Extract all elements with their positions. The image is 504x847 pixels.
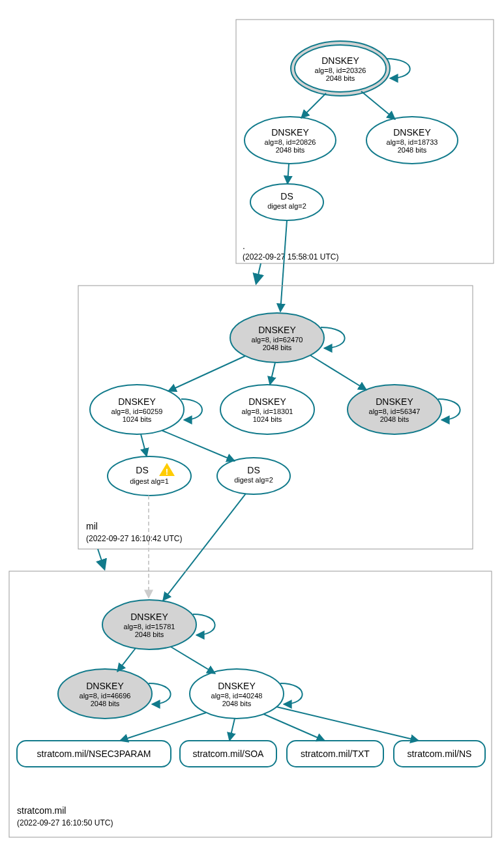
edge-mil-ksk-zsk2 xyxy=(270,363,275,385)
svg-text:alg=8, id=20326: alg=8, id=20326 xyxy=(315,67,366,74)
svg-text:stratcom.mil/NS: stratcom.mil/NS xyxy=(408,749,472,759)
svg-text:2048 bits: 2048 bits xyxy=(91,700,120,707)
edge-mil-zsk1-ds1 xyxy=(141,434,147,456)
root-zsk2: DNSKEY alg=8, id=18733 2048 bits xyxy=(366,117,458,164)
svg-text:alg=8, id=18733: alg=8, id=18733 xyxy=(387,138,438,146)
root-ksk: DNSKEY alg=8, id=20326 2048 bits xyxy=(291,41,390,96)
zone-mil-label: mil xyxy=(86,521,98,531)
edge-root-ds-to-mil-ksk xyxy=(280,220,287,312)
mil-ds2: DS digest alg=2 xyxy=(217,458,290,494)
rr-nsec3param: stratcom.mil/NSEC3PARAM xyxy=(17,741,171,767)
edge-root-ksk-zsk1 xyxy=(301,93,326,118)
svg-text:2048 bits: 2048 bits xyxy=(326,74,355,82)
svg-text:alg=8, id=18301: alg=8, id=18301 xyxy=(242,408,293,415)
svg-text:stratcom.mil/TXT: stratcom.mil/TXT xyxy=(301,749,370,759)
svg-text:2048 bits: 2048 bits xyxy=(222,700,252,707)
svg-text:1024 bits: 1024 bits xyxy=(253,415,282,423)
svg-text:DNSKEY: DNSKEY xyxy=(218,681,256,691)
svg-text:!: ! xyxy=(166,467,168,477)
rr-ns: stratcom.mil/NS xyxy=(394,741,485,767)
edge-stratcom-ksk-zsk xyxy=(171,647,215,674)
svg-point-32 xyxy=(108,456,191,496)
mil-ksk: DNSKEY alg=8, id=62470 2048 bits xyxy=(230,313,324,363)
svg-text:digest alg=2: digest alg=2 xyxy=(267,202,306,210)
svg-text:DNSKEY: DNSKEY xyxy=(393,127,431,138)
edge-root-to-mil-zone xyxy=(256,263,261,283)
stratcom-zsk: DNSKEY alg=8, id=40248 2048 bits xyxy=(190,669,284,719)
edge-stratcom-ksk-sep xyxy=(117,648,136,672)
svg-text:DNSKEY: DNSKEY xyxy=(321,55,359,66)
mil-zsk1: DNSKEY alg=8, id=60259 1024 bits xyxy=(90,385,184,434)
zone-mil-time: (2022-09-27 16:10:42 UTC) xyxy=(86,534,182,543)
mil-sep: DNSKEY alg=8, id=56347 2048 bits xyxy=(348,385,441,434)
mil-ds1: DS digest alg=1 ! xyxy=(108,456,191,496)
svg-text:alg=8, id=56347: alg=8, id=56347 xyxy=(369,408,421,415)
svg-text:digest alg=2: digest alg=2 xyxy=(234,476,273,484)
svg-text:2048 bits: 2048 bits xyxy=(135,631,164,638)
edge-root-ksk-zsk2 xyxy=(361,91,395,119)
root-ds: DS digest alg=2 xyxy=(250,184,323,220)
svg-text:2048 bits: 2048 bits xyxy=(398,146,427,154)
edge-zsk-txt xyxy=(263,714,325,741)
edge-mil-to-stratcom-zone xyxy=(98,549,104,569)
svg-text:DNSKEY: DNSKEY xyxy=(271,127,309,138)
svg-text:alg=8, id=20826: alg=8, id=20826 xyxy=(265,138,316,146)
edge-zsk-soa xyxy=(230,719,235,741)
zone-stratcom-time: (2022-09-27 16:10:50 UTC) xyxy=(17,818,113,827)
svg-text:stratcom.mil/SOA: stratcom.mil/SOA xyxy=(193,749,265,759)
svg-text:DS: DS xyxy=(136,465,148,475)
rr-txt: stratcom.mil/TXT xyxy=(287,741,383,767)
stratcom-sep: DNSKEY alg=8, id=46696 2048 bits xyxy=(58,669,152,719)
edge-zsk-ns xyxy=(276,707,419,741)
edge-zsk-nsec3 xyxy=(120,713,206,741)
svg-text:DNSKEY: DNSKEY xyxy=(248,396,286,407)
svg-text:DNSKEY: DNSKEY xyxy=(86,681,124,691)
zone-root-time: (2022-09-27 15:58:01 UTC) xyxy=(243,252,338,261)
svg-text:1024 bits: 1024 bits xyxy=(123,415,152,423)
svg-text:DNSKEY: DNSKEY xyxy=(130,612,168,622)
edge-root-zsk1-ds xyxy=(288,164,289,184)
svg-text:alg=8, id=46696: alg=8, id=46696 xyxy=(80,692,131,700)
root-zsk1: DNSKEY alg=8, id=20826 2048 bits xyxy=(245,117,336,164)
dnssec-graph: . (2022-09-27 15:58:01 UTC) DNSKEY alg=8… xyxy=(0,0,504,847)
edge-mil-ds2-stratcom-ksk xyxy=(163,494,246,601)
svg-text:alg=8, id=15781: alg=8, id=15781 xyxy=(124,623,175,631)
svg-text:alg=8, id=62470: alg=8, id=62470 xyxy=(252,336,303,344)
svg-text:DNSKEY: DNSKEY xyxy=(376,396,413,407)
edge-mil-ksk-zsk1 xyxy=(168,356,245,391)
svg-text:DNSKEY: DNSKEY xyxy=(118,396,156,407)
svg-text:digest alg=1: digest alg=1 xyxy=(130,477,169,485)
stratcom-ksk: DNSKEY alg=8, id=15781 2048 bits xyxy=(102,600,196,649)
zone-root-label: . xyxy=(243,241,245,251)
svg-text:DNSKEY: DNSKEY xyxy=(258,325,296,335)
svg-text:alg=8, id=40248: alg=8, id=40248 xyxy=(211,692,263,700)
svg-text:2048 bits: 2048 bits xyxy=(380,415,409,423)
edge-mil-zsk1-ds2 xyxy=(162,430,235,461)
zone-stratcom-label: stratcom.mil xyxy=(17,805,66,816)
edge-mil-ksk-sep xyxy=(310,355,366,390)
svg-text:DS: DS xyxy=(280,191,293,201)
svg-text:2048 bits: 2048 bits xyxy=(263,344,292,351)
rr-soa: stratcom.mil/SOA xyxy=(180,741,276,767)
svg-text:2048 bits: 2048 bits xyxy=(276,146,305,154)
svg-text:stratcom.mil/NSEC3PARAM: stratcom.mil/NSEC3PARAM xyxy=(37,749,151,759)
svg-text:DS: DS xyxy=(247,465,259,475)
mil-zsk2: DNSKEY alg=8, id=18301 1024 bits xyxy=(220,385,314,434)
svg-text:alg=8, id=60259: alg=8, id=60259 xyxy=(111,408,163,415)
